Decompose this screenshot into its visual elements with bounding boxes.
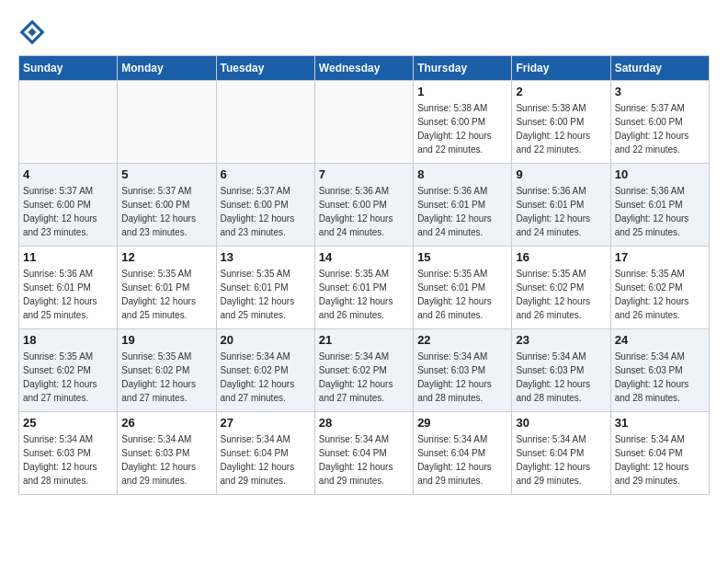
- calendar-cell: [118, 81, 216, 164]
- calendar-cell: 7Sunrise: 5:36 AM Sunset: 6:00 PM Daylig…: [314, 164, 413, 247]
- day-number: 14: [319, 250, 409, 264]
- calendar-header-friday: Friday: [512, 56, 610, 81]
- day-info: Sunrise: 5:38 AM Sunset: 6:00 PM Dayligh…: [417, 101, 507, 156]
- calendar-cell: 19Sunrise: 5:35 AM Sunset: 6:02 PM Dayli…: [118, 329, 216, 412]
- calendar-header-saturday: Saturday: [610, 56, 709, 81]
- calendar-cell: 22Sunrise: 5:34 AM Sunset: 6:03 PM Dayli…: [414, 329, 512, 412]
- day-info: Sunrise: 5:34 AM Sunset: 6:03 PM Dayligh…: [516, 350, 606, 405]
- calendar-cell: 10Sunrise: 5:36 AM Sunset: 6:01 PM Dayli…: [610, 164, 709, 247]
- day-info: Sunrise: 5:34 AM Sunset: 6:04 PM Dayligh…: [615, 432, 705, 488]
- calendar-week-row-1: 1Sunrise: 5:38 AM Sunset: 6:00 PM Daylig…: [19, 81, 710, 164]
- logo-icon: [18, 18, 46, 46]
- day-number: 16: [516, 250, 606, 264]
- calendar-cell: 30Sunrise: 5:34 AM Sunset: 6:04 PM Dayli…: [512, 412, 610, 495]
- calendar-table: SundayMondayTuesdayWednesdayThursdayFrid…: [18, 55, 710, 495]
- day-info: Sunrise: 5:34 AM Sunset: 6:03 PM Dayligh…: [121, 432, 211, 488]
- calendar-header-thursday: Thursday: [414, 56, 512, 81]
- day-info: Sunrise: 5:34 AM Sunset: 6:02 PM Dayligh…: [221, 350, 311, 405]
- day-info: Sunrise: 5:34 AM Sunset: 6:04 PM Dayligh…: [319, 432, 409, 488]
- calendar-week-row-2: 4Sunrise: 5:37 AM Sunset: 6:00 PM Daylig…: [19, 164, 710, 247]
- day-info: Sunrise: 5:36 AM Sunset: 6:01 PM Dayligh…: [417, 184, 507, 239]
- day-info: Sunrise: 5:36 AM Sunset: 6:01 PM Dayligh…: [516, 184, 606, 239]
- day-info: Sunrise: 5:36 AM Sunset: 6:00 PM Dayligh…: [319, 184, 409, 239]
- day-info: Sunrise: 5:37 AM Sunset: 6:00 PM Dayligh…: [121, 184, 211, 239]
- day-info: Sunrise: 5:35 AM Sunset: 6:02 PM Dayligh…: [516, 267, 606, 322]
- day-info: Sunrise: 5:34 AM Sunset: 6:04 PM Dayligh…: [221, 432, 311, 488]
- day-info: Sunrise: 5:36 AM Sunset: 6:01 PM Dayligh…: [615, 184, 705, 239]
- day-info: Sunrise: 5:35 AM Sunset: 6:01 PM Dayligh…: [221, 267, 311, 322]
- calendar-header-row: SundayMondayTuesdayWednesdayThursdayFrid…: [19, 56, 710, 81]
- calendar-header-wednesday: Wednesday: [314, 56, 413, 81]
- day-number: 1: [417, 85, 507, 98]
- day-info: Sunrise: 5:34 AM Sunset: 6:03 PM Dayligh…: [615, 350, 705, 405]
- day-number: 15: [417, 250, 507, 264]
- day-number: 29: [417, 416, 507, 430]
- day-number: 3: [615, 85, 705, 98]
- day-number: 18: [23, 333, 113, 347]
- calendar-week-row-5: 25Sunrise: 5:34 AM Sunset: 6:03 PM Dayli…: [19, 412, 710, 495]
- calendar-cell: 9Sunrise: 5:36 AM Sunset: 6:01 PM Daylig…: [512, 164, 610, 247]
- day-info: Sunrise: 5:34 AM Sunset: 6:02 PM Dayligh…: [319, 350, 409, 405]
- calendar-cell: 27Sunrise: 5:34 AM Sunset: 6:04 PM Dayli…: [216, 412, 314, 495]
- day-info: Sunrise: 5:34 AM Sunset: 6:04 PM Dayligh…: [417, 432, 507, 488]
- day-info: Sunrise: 5:35 AM Sunset: 6:01 PM Dayligh…: [319, 267, 409, 322]
- day-number: 10: [615, 167, 705, 181]
- calendar-cell: 14Sunrise: 5:35 AM Sunset: 6:01 PM Dayli…: [314, 247, 413, 329]
- day-number: 6: [221, 167, 311, 181]
- calendar-cell: [314, 81, 413, 164]
- calendar-cell: 21Sunrise: 5:34 AM Sunset: 6:02 PM Dayli…: [314, 329, 413, 412]
- day-info: Sunrise: 5:37 AM Sunset: 6:00 PM Dayligh…: [221, 184, 311, 239]
- day-number: 4: [23, 167, 113, 181]
- calendar-header-sunday: Sunday: [19, 56, 118, 81]
- calendar-cell: 3Sunrise: 5:37 AM Sunset: 6:00 PM Daylig…: [610, 81, 709, 164]
- calendar-header-monday: Monday: [118, 56, 216, 81]
- calendar-cell: 17Sunrise: 5:35 AM Sunset: 6:02 PM Dayli…: [610, 247, 709, 329]
- day-info: Sunrise: 5:38 AM Sunset: 6:00 PM Dayligh…: [516, 101, 606, 156]
- header: [18, 18, 710, 46]
- day-info: Sunrise: 5:35 AM Sunset: 6:01 PM Dayligh…: [121, 267, 211, 322]
- calendar-cell: 24Sunrise: 5:34 AM Sunset: 6:03 PM Dayli…: [610, 329, 709, 412]
- calendar-week-row-4: 18Sunrise: 5:35 AM Sunset: 6:02 PM Dayli…: [19, 329, 710, 412]
- calendar-cell: [216, 81, 314, 164]
- day-number: 27: [221, 416, 311, 430]
- day-number: 31: [615, 416, 705, 430]
- day-number: 8: [417, 167, 507, 181]
- day-number: 7: [319, 167, 409, 181]
- calendar-cell: 5Sunrise: 5:37 AM Sunset: 6:00 PM Daylig…: [118, 164, 216, 247]
- calendar-cell: 15Sunrise: 5:35 AM Sunset: 6:01 PM Dayli…: [414, 247, 512, 329]
- day-number: 22: [417, 333, 507, 347]
- calendar-cell: 1Sunrise: 5:38 AM Sunset: 6:00 PM Daylig…: [414, 81, 512, 164]
- day-number: 13: [221, 250, 311, 264]
- day-info: Sunrise: 5:35 AM Sunset: 6:02 PM Dayligh…: [23, 350, 113, 405]
- day-number: 11: [23, 250, 113, 264]
- day-number: 19: [121, 333, 211, 347]
- day-info: Sunrise: 5:35 AM Sunset: 6:01 PM Dayligh…: [417, 267, 507, 322]
- calendar-cell: 20Sunrise: 5:34 AM Sunset: 6:02 PM Dayli…: [216, 329, 314, 412]
- day-number: 24: [615, 333, 705, 347]
- calendar-cell: 25Sunrise: 5:34 AM Sunset: 6:03 PM Dayli…: [19, 412, 118, 495]
- calendar-cell: 18Sunrise: 5:35 AM Sunset: 6:02 PM Dayli…: [19, 329, 118, 412]
- day-info: Sunrise: 5:34 AM Sunset: 6:03 PM Dayligh…: [417, 350, 507, 405]
- calendar-cell: 8Sunrise: 5:36 AM Sunset: 6:01 PM Daylig…: [414, 164, 512, 247]
- calendar-cell: 2Sunrise: 5:38 AM Sunset: 6:00 PM Daylig…: [512, 81, 610, 164]
- day-number: 9: [516, 167, 606, 181]
- calendar-cell: 28Sunrise: 5:34 AM Sunset: 6:04 PM Dayli…: [314, 412, 413, 495]
- day-info: Sunrise: 5:35 AM Sunset: 6:02 PM Dayligh…: [615, 267, 705, 322]
- day-info: Sunrise: 5:37 AM Sunset: 6:00 PM Dayligh…: [23, 184, 113, 239]
- calendar-cell: 11Sunrise: 5:36 AM Sunset: 6:01 PM Dayli…: [19, 247, 118, 329]
- day-number: 17: [615, 250, 705, 264]
- day-number: 12: [121, 250, 211, 264]
- day-number: 30: [516, 416, 606, 430]
- day-info: Sunrise: 5:35 AM Sunset: 6:02 PM Dayligh…: [121, 350, 211, 405]
- calendar-cell: [19, 81, 118, 164]
- day-info: Sunrise: 5:36 AM Sunset: 6:01 PM Dayligh…: [23, 267, 113, 322]
- calendar-header-tuesday: Tuesday: [216, 56, 314, 81]
- day-number: 2: [516, 85, 606, 98]
- day-number: 21: [319, 333, 409, 347]
- calendar-cell: 12Sunrise: 5:35 AM Sunset: 6:01 PM Dayli…: [118, 247, 216, 329]
- day-number: 23: [516, 333, 606, 347]
- calendar-cell: 6Sunrise: 5:37 AM Sunset: 6:00 PM Daylig…: [216, 164, 314, 247]
- calendar-cell: 31Sunrise: 5:34 AM Sunset: 6:04 PM Dayli…: [610, 412, 709, 495]
- calendar-cell: 29Sunrise: 5:34 AM Sunset: 6:04 PM Dayli…: [414, 412, 512, 495]
- day-number: 5: [121, 167, 211, 181]
